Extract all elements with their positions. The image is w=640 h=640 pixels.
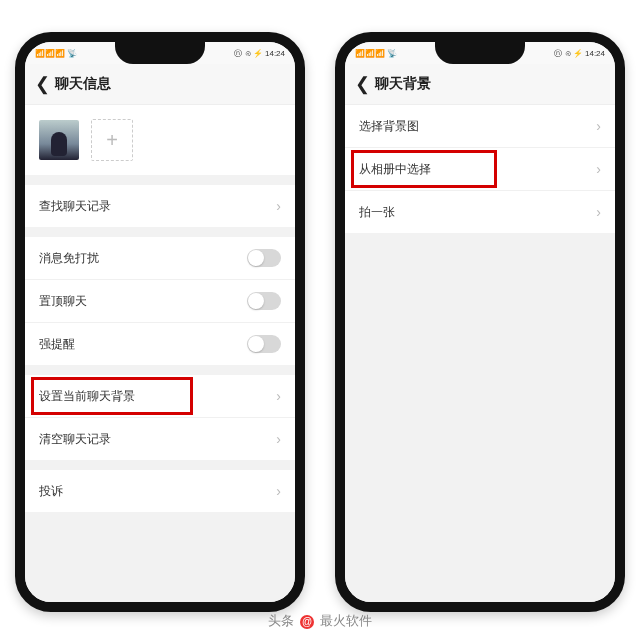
row-mute[interactable]: 消息免打扰 xyxy=(25,237,295,280)
switch-off[interactable] xyxy=(247,335,281,353)
row-choose-bg[interactable]: 选择背景图 › xyxy=(345,105,615,148)
row-label: 投诉 xyxy=(39,483,63,500)
phone-right: 📶📶📶 📡 ⓝ ⊙ ⚡ 14:24 ❮ 聊天背景 选择背景图 › 从相册中选择 … xyxy=(335,32,625,612)
status-left: 📶📶📶 📡 xyxy=(35,49,77,58)
avatar[interactable] xyxy=(39,120,79,160)
status-right: ⓝ ⊙ ⚡ 14:24 xyxy=(554,48,605,59)
chevron-right-icon: › xyxy=(276,198,281,214)
chevron-right-icon: › xyxy=(596,204,601,220)
row-take-photo[interactable]: 拍一张 › xyxy=(345,191,615,233)
row-set-background[interactable]: 设置当前聊天背景 › xyxy=(25,375,295,418)
page-title: 聊天背景 xyxy=(375,75,431,93)
row-clear-history[interactable]: 清空聊天记录 › xyxy=(25,418,295,460)
chevron-right-icon: › xyxy=(276,388,281,404)
back-icon[interactable]: ❮ xyxy=(355,73,375,95)
row-strong-alert[interactable]: 强提醒 xyxy=(25,323,295,365)
phone-left: 📶📶📶 📡 ⓝ ⊙ ⚡ 14:24 ❮ 聊天信息 + 查找聊天记录 › xyxy=(15,32,305,612)
switch-off[interactable] xyxy=(247,292,281,310)
status-left: 📶📶📶 📡 xyxy=(355,49,397,58)
row-label: 置顶聊天 xyxy=(39,293,87,310)
notch xyxy=(115,42,205,64)
watermark-prefix: 头条 xyxy=(268,613,294,628)
row-pin[interactable]: 置顶聊天 xyxy=(25,280,295,323)
row-complaint[interactable]: 投诉 › xyxy=(25,470,295,512)
row-label: 清空聊天记录 xyxy=(39,431,111,448)
chevron-right-icon: › xyxy=(276,431,281,447)
page-title: 聊天信息 xyxy=(55,75,111,93)
add-member-button[interactable]: + xyxy=(91,119,133,161)
row-label: 设置当前聊天背景 xyxy=(39,388,135,405)
members-row: + xyxy=(25,105,295,175)
row-label: 拍一张 xyxy=(359,204,395,221)
status-right: ⓝ ⊙ ⚡ 14:24 xyxy=(234,48,285,59)
chevron-right-icon: › xyxy=(276,483,281,499)
watermark-name: 最火软件 xyxy=(320,613,372,628)
content-body: + 查找聊天记录 › 消息免打扰 置顶聊天 强提醒 xyxy=(25,105,295,603)
chevron-right-icon: › xyxy=(596,161,601,177)
header: ❮ 聊天信息 xyxy=(25,64,295,105)
watermark: 头条 @ 最火软件 xyxy=(0,612,640,630)
back-icon[interactable]: ❮ xyxy=(35,73,55,95)
content-body: 选择背景图 › 从相册中选择 › 拍一张 › xyxy=(345,105,615,603)
row-label: 查找聊天记录 xyxy=(39,198,111,215)
notch xyxy=(435,42,525,64)
watermark-at-icon: @ xyxy=(300,615,314,629)
row-search-history[interactable]: 查找聊天记录 › xyxy=(25,185,295,227)
row-label: 消息免打扰 xyxy=(39,250,99,267)
row-label: 选择背景图 xyxy=(359,118,419,135)
row-from-album[interactable]: 从相册中选择 › xyxy=(345,148,615,191)
row-label: 从相册中选择 xyxy=(359,161,431,178)
switch-off[interactable] xyxy=(247,249,281,267)
header: ❮ 聊天背景 xyxy=(345,64,615,105)
row-label: 强提醒 xyxy=(39,336,75,353)
chevron-right-icon: › xyxy=(596,118,601,134)
